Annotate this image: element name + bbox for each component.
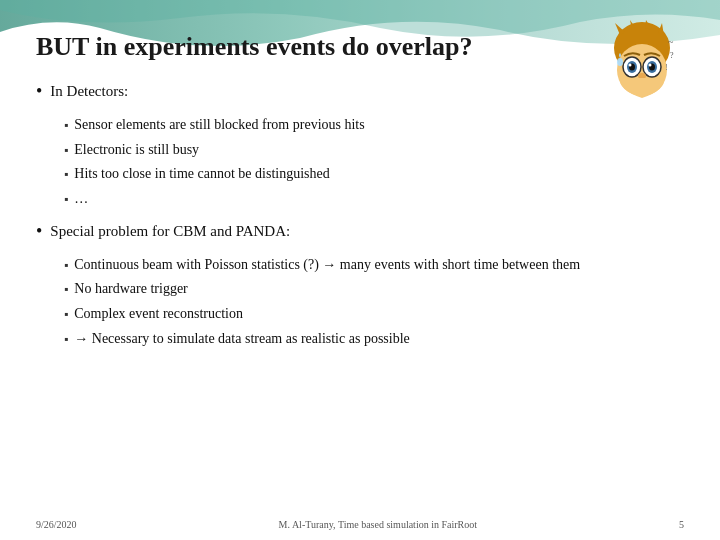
sub-bullet-1-4: ▪ … [64,188,684,210]
footer-date: 9/26/2020 [36,519,77,530]
sub-bullet-2-3: ▪ Complex event reconstruction [64,303,684,325]
bullet-1-dot: • [36,78,42,106]
bullet-1-label: In Detectors: [50,80,128,103]
svg-text:?: ? [670,51,674,60]
svg-text:~: ~ [668,36,674,47]
sub-bullet-1-3: ▪ Hits too close in time cannot be disti… [64,163,684,185]
sub-bullet-2-4: ▪ → Necessary to simulate data stream as… [64,328,684,350]
svg-point-9 [629,64,632,67]
footer: 9/26/2020 M. Al-Turany, Time based simul… [0,519,720,530]
bullet-2-dot: • [36,218,42,246]
sub-bullet-1-2: ▪ Electronic is still busy [64,139,684,161]
svg-point-17 [617,58,623,66]
sub-bullet-2-1: ▪ Continuous beam with Poisson statistic… [64,254,684,276]
bullet-2-subs: ▪ Continuous beam with Poisson statistic… [64,254,684,350]
svg-point-13 [649,64,652,67]
sub-bullet-2-2: ▪ No hardware trigger [64,278,684,300]
bullet-2-label: Special problem for CBM and PANDA: [50,220,290,243]
cartoon-character: ~ ? ! [580,20,690,130]
footer-page: 5 [679,519,684,530]
svg-text:!: ! [665,62,668,72]
bullet-2: • Special problem for CBM and PANDA: [36,220,684,246]
footer-center: M. Al-Turany, Time based simulation in F… [279,519,477,530]
